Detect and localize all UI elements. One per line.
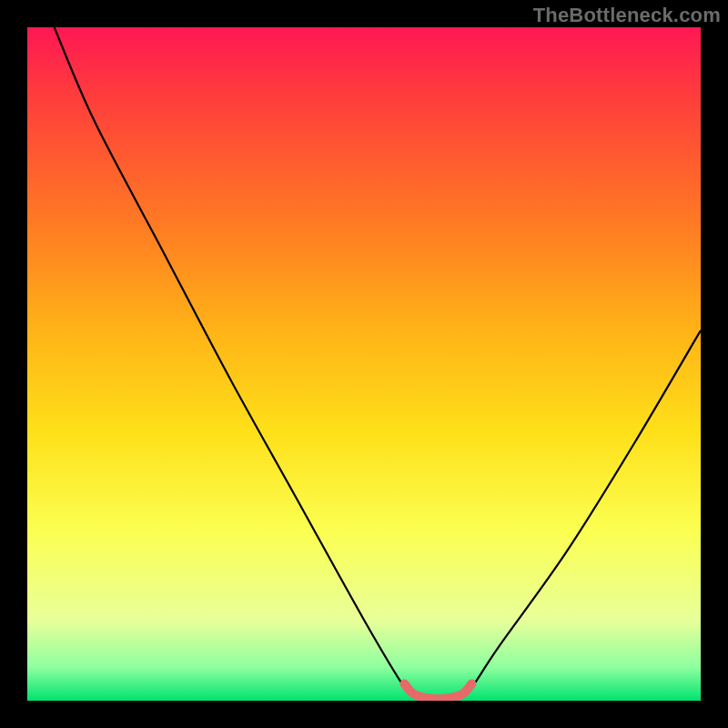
- bottleneck-curve: [55, 27, 701, 701]
- plot-area: [27, 27, 701, 701]
- watermark-label: TheBottleneck.com: [533, 4, 721, 27]
- optimal-zone-marker: [404, 684, 471, 700]
- curve-svg: [27, 27, 701, 701]
- chart-container: TheBottleneck.com: [0, 0, 728, 728]
